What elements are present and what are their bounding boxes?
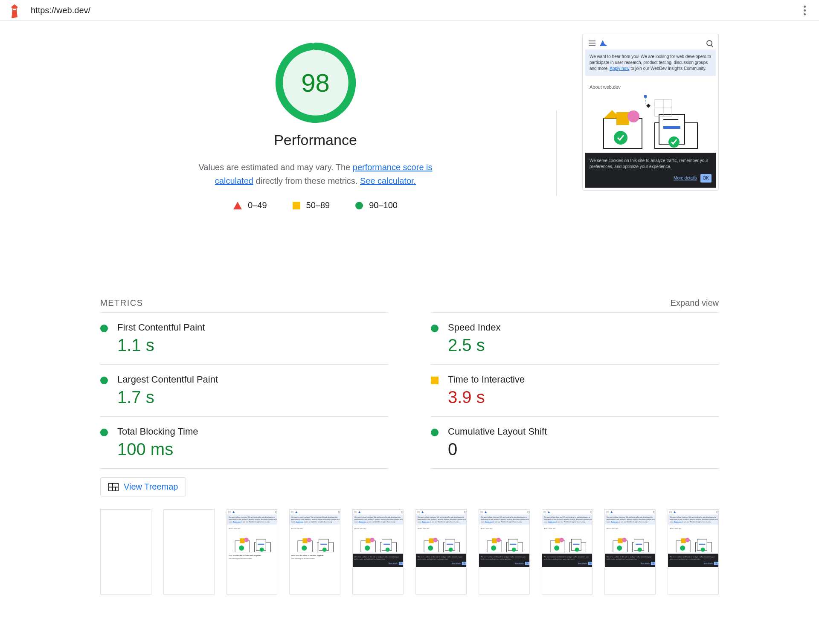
square-icon: [293, 202, 300, 209]
metric-value: 1.1 s: [117, 336, 388, 355]
metric-status-icon: [100, 325, 108, 332]
vertical-divider: [556, 110, 557, 196]
metrics-heading: METRICS: [100, 298, 143, 308]
metric-name: Cumulative Layout Shift: [448, 426, 719, 437]
gauge-description: Values are estimated and may vary. The p…: [183, 160, 448, 188]
metric-name: First Contentful Paint: [117, 322, 388, 333]
search-icon: [706, 40, 712, 46]
metric-status-icon: [431, 377, 439, 384]
lighthouse-icon: [9, 4, 20, 16]
metric-name: Total Blocking Time: [117, 426, 388, 437]
filmstrip-frame[interactable]: [100, 509, 151, 595]
legend-pass: 90–100: [355, 200, 398, 210]
top-bar: https://web.dev/: [0, 0, 819, 21]
svg-point-79: [685, 538, 690, 542]
filmstrip-frame[interactable]: We want to hear from you! We are looking…: [227, 509, 278, 595]
expand-view-toggle[interactable]: Expand view: [671, 298, 719, 308]
preview-illustration: [585, 93, 716, 153]
metric-row: Total Blocking Time100 ms: [100, 416, 388, 469]
metric-row: Largest Contentful Paint1.7 s: [100, 364, 388, 416]
svg-rect-46: [429, 538, 433, 543]
svg-rect-59: [510, 544, 516, 545]
svg-rect-78: [681, 538, 686, 543]
filmstrip-frame[interactable]: We want to hear from you! We are looking…: [479, 509, 530, 595]
report-body: 98 Performance Values are estimated and …: [75, 21, 744, 607]
svg-point-72: [617, 545, 622, 551]
score-gauge-section: 98 Performance Values are estimated and …: [100, 34, 531, 273]
svg-point-6: [614, 131, 627, 145]
metric-status-icon: [431, 429, 439, 436]
gauge-title: Performance: [274, 132, 357, 148]
filmstrip-frame[interactable]: We want to hear from you! We are looking…: [604, 509, 656, 595]
svg-point-64: [554, 545, 559, 551]
metric-name: Time to Interactive: [448, 374, 719, 385]
filmstrip-frame[interactable]: We want to hear from you! We are looking…: [352, 509, 404, 595]
performance-gauge: 98: [275, 42, 356, 123]
svg-rect-22: [240, 538, 244, 543]
legend-fail: 0–49: [233, 200, 267, 210]
metric-value: 3.9 s: [448, 388, 719, 407]
metrics-grid: First Contentful Paint1.1 sSpeed Index2.…: [100, 312, 719, 469]
svg-rect-43: [383, 544, 390, 545]
svg-point-31: [307, 538, 312, 542]
preview-more-details-link: More details: [674, 175, 697, 181]
preview-about-label: About web.dev: [585, 76, 716, 93]
svg-point-80: [680, 545, 685, 551]
preview-banner: We want to hear from you! We are looking…: [585, 49, 716, 76]
svg-rect-51: [447, 544, 453, 545]
page-url: https://web.dev/: [31, 6, 799, 15]
svg-rect-0: [13, 9, 16, 10]
legend-range-avg: 50–89: [306, 200, 330, 210]
svg-rect-83: [699, 544, 705, 545]
legend-range-fail: 0–49: [248, 200, 267, 210]
svg-rect-4: [616, 112, 629, 125]
page-screenshot: We want to hear from you! We are looking…: [582, 34, 719, 273]
score-legend: 0–49 50–89 90–100: [233, 200, 398, 210]
gauge-desc-text: Values are estimated and may vary. The: [198, 162, 352, 172]
svg-rect-67: [573, 544, 579, 545]
metric-name: Speed Index: [448, 322, 719, 333]
svg-point-47: [433, 538, 438, 542]
metric-value: 0: [448, 440, 719, 459]
filmstrip-frame[interactable]: We want to hear from you! We are looking…: [289, 509, 340, 595]
svg-point-56: [491, 545, 496, 551]
gauge-score: 98: [275, 42, 356, 123]
svg-point-40: [365, 545, 370, 551]
svg-point-24: [239, 545, 244, 551]
preview-cookie-banner: We serve cookies on this site to analyze…: [585, 153, 716, 188]
svg-point-52: [449, 548, 453, 552]
svg-rect-62: [555, 538, 560, 543]
filmstrip-frame[interactable]: We want to hear from you! We are looking…: [668, 509, 719, 595]
gauge-desc-text-2: directly from these metrics.: [253, 176, 360, 186]
svg-rect-30: [303, 538, 308, 543]
treemap-label: View Treemap: [124, 482, 178, 492]
svg-rect-38: [366, 538, 371, 543]
metric-value: 2.5 s: [448, 336, 719, 355]
metric-row: First Contentful Paint1.1 s: [100, 312, 388, 364]
svg-rect-15: [644, 95, 647, 98]
metric-status-icon: [100, 429, 108, 436]
svg-rect-35: [321, 544, 327, 545]
metric-row: Speed Index2.5 s: [431, 312, 719, 364]
site-logo-icon: [600, 40, 607, 46]
filmstrip-frame[interactable]: We want to hear from you! We are looking…: [542, 509, 593, 595]
metric-row: Time to Interactive3.9 s: [431, 364, 719, 416]
svg-rect-27: [258, 544, 264, 545]
triangle-icon: [233, 202, 242, 209]
svg-point-71: [622, 538, 627, 542]
metric-status-icon: [431, 325, 439, 332]
svg-rect-9: [663, 126, 680, 129]
see-calculator-link[interactable]: See calculator.: [360, 176, 416, 186]
svg-rect-75: [636, 544, 642, 545]
metric-status-icon: [100, 377, 108, 384]
more-menu-button[interactable]: [799, 4, 810, 16]
legend-average: 50–89: [293, 200, 330, 210]
metric-value: 100 ms: [117, 440, 388, 459]
view-treemap-button[interactable]: View Treemap: [100, 477, 186, 496]
metric-row: Cumulative Layout Shift0: [431, 416, 719, 469]
filmstrip-frame[interactable]: [163, 509, 215, 595]
filmstrip: We want to hear from you! We are looking…: [100, 509, 719, 595]
svg-point-39: [370, 538, 375, 542]
circle-icon: [355, 202, 363, 209]
filmstrip-frame[interactable]: We want to hear from you! We are looking…: [415, 509, 467, 595]
